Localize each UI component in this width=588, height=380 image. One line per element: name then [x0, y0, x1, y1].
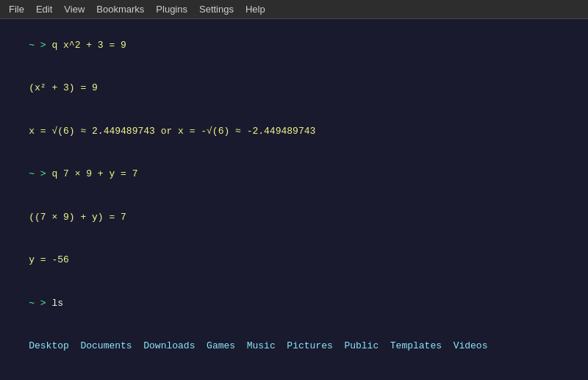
menu-bookmarks[interactable]: Bookmarks — [90, 2, 150, 16]
output-text: ((7 × 9) + y) = 7 — [29, 212, 126, 223]
dir-item: Videos — [453, 340, 488, 351]
dir-item: Public — [344, 340, 379, 351]
output-text: x = √(6) ≈ 2.449489743 or x = -√(6) ≈ -2… — [29, 126, 315, 137]
dir-item: Downloads — [143, 340, 195, 351]
menu-edit[interactable]: Edit — [30, 2, 58, 16]
terminal-line: ~ > ls — [6, 282, 582, 325]
command: q 7 × 9 + y = 7 — [51, 168, 137, 179]
terminal[interactable]: ~ > q x^2 + 3 = 9 (x² + 3) = 9 x = √(6) … — [0, 19, 588, 380]
prompt: ~ > — [29, 168, 51, 179]
dir-item: Music — [247, 340, 276, 351]
menu-plugins[interactable]: Plugins — [150, 2, 193, 16]
menu-file[interactable]: File — [3, 2, 30, 16]
menu-settings[interactable]: Settings — [193, 2, 240, 16]
output-text: y = -56 — [29, 254, 69, 265]
terminal-line: ~ > q 7 × 9 + y = 7 — [6, 153, 582, 196]
menu-help[interactable]: Help — [240, 2, 271, 16]
terminal-line: ~ > cd Videos/Intro — [6, 368, 582, 380]
terminal-line: Desktop Documents Downloads Games Music … — [6, 325, 582, 368]
terminal-line: ((7 × 9) + y) = 7 — [6, 196, 582, 239]
dir-item: Pictures — [287, 340, 332, 351]
terminal-line: x = √(6) ≈ 2.449489743 or x = -√(6) ≈ -2… — [6, 110, 582, 153]
menu-view[interactable]: View — [58, 2, 90, 16]
terminal-line: ~ > q x^2 + 3 = 9 — [6, 24, 582, 67]
terminal-line: y = -56 — [6, 239, 582, 282]
dir-item: Documents — [80, 340, 132, 351]
command: ls — [51, 298, 63, 309]
command: q x^2 + 3 = 9 — [51, 40, 126, 51]
prompt: ~ > — [29, 40, 51, 51]
menubar: File Edit View Bookmarks Plugins Setting… — [0, 0, 588, 19]
prompt: ~ > — [29, 298, 51, 309]
dir-item: Desktop — [29, 340, 69, 351]
terminal-line: (x² + 3) = 9 — [6, 67, 582, 110]
dir-item: Games — [207, 340, 235, 351]
dir-item: Templates — [390, 340, 442, 351]
output-text: (x² + 3) = 9 — [29, 82, 98, 93]
